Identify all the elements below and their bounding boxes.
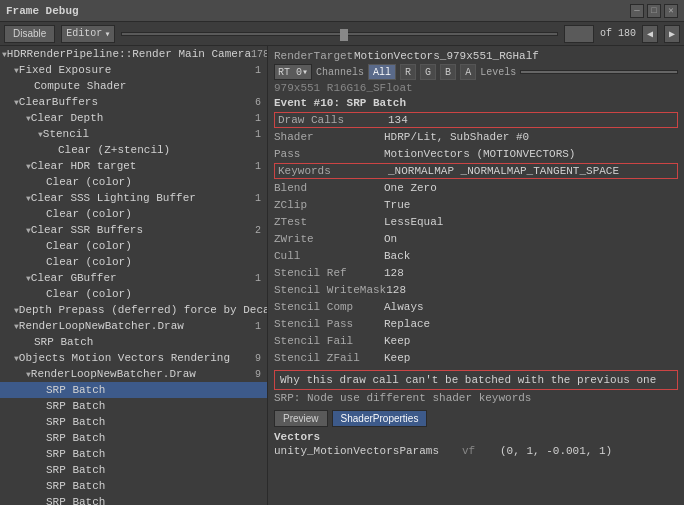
tree-item[interactable]: ▼ Clear SSR Buffers2 xyxy=(0,222,267,238)
property-label: Stencil WriteMask xyxy=(274,284,386,296)
format-row: 979x551 R16G16_SFloat xyxy=(274,82,678,94)
frame-input[interactable]: 10 xyxy=(564,25,594,43)
tree-item-label: Depth Prepass (deferred) force by Decals xyxy=(19,304,267,316)
vectors-param-value: (0, 1, -0.001, 1) xyxy=(500,445,612,457)
tree-item-label: Clear (color) xyxy=(46,208,132,220)
frame-slider-container xyxy=(121,32,558,36)
tree-item-label: Clear SSR Buffers xyxy=(31,224,143,236)
tree-item-count: 9 xyxy=(255,369,267,380)
levels-slider[interactable] xyxy=(520,70,678,74)
tree-item[interactable]: ▼ Clear SSS Lighting Buffer1 xyxy=(0,190,267,206)
other-rows: BlendOne ZeroZClipTrueZTestLessEqualZWri… xyxy=(274,180,678,366)
channel-a-btn[interactable]: A xyxy=(460,64,476,80)
tree-item[interactable]: ▼ ClearBuffers6 xyxy=(0,94,267,110)
property-label: ZClip xyxy=(274,199,384,211)
tree-item-label: Fixed Exposure xyxy=(19,64,111,76)
property-label: Stencil Ref xyxy=(274,267,384,279)
tree-item[interactable]: Compute Shader xyxy=(0,78,267,94)
tree-item[interactable]: SRP Batch xyxy=(0,398,267,414)
tree-item[interactable]: ▼ Objects Motion Vectors Rendering9 xyxy=(0,350,267,366)
tree-item-label: Clear (color) xyxy=(46,176,132,188)
toolbar: Disable Editor ▾ 10 of 180 ◀ ▶ xyxy=(0,22,684,46)
tree-item[interactable]: SRP Batch xyxy=(0,334,267,350)
property-row: Stencil ZFailKeep xyxy=(274,350,678,366)
prev-frame-btn[interactable]: ◀ xyxy=(642,25,658,43)
frame-slider[interactable] xyxy=(121,32,558,36)
tree-item[interactable]: Clear (color) xyxy=(0,206,267,222)
render-target-value: MotionVectors_979x551_RGHalf xyxy=(354,50,678,62)
property-row: BlendOne Zero xyxy=(274,180,678,196)
draw-calls-value: 134 xyxy=(388,114,674,126)
property-label: Cull xyxy=(274,250,384,262)
tree-item[interactable]: ▼ Depth Prepass (deferred) force by Deca… xyxy=(0,302,267,318)
property-value: Always xyxy=(384,301,678,313)
minimize-btn[interactable]: — xyxy=(630,4,644,18)
render-target-label: RenderTarget xyxy=(274,50,354,62)
tree-item-label: SRP Batch xyxy=(46,416,105,428)
tree-item-label: SRP Batch xyxy=(46,480,105,492)
tree-item[interactable]: SRP Batch xyxy=(0,382,267,398)
tree-item-count: 1 xyxy=(255,129,267,140)
frame-of-label: of 180 xyxy=(600,28,636,39)
property-row: Stencil PassReplace xyxy=(274,316,678,332)
tree-item[interactable]: Clear (Z+stencil) xyxy=(0,142,267,158)
property-value: 128 xyxy=(384,267,678,279)
tree-item[interactable]: ▼ Clear HDR target1 xyxy=(0,158,267,174)
tree-item[interactable]: Clear (color) xyxy=(0,174,267,190)
channel-r-btn[interactable]: R xyxy=(400,64,416,80)
shader-value: HDRP/Lit, SubShader #0 xyxy=(384,131,678,143)
right-panel: RenderTarget MotionVectors_979x551_RGHal… xyxy=(268,46,684,505)
draw-calls-label: Draw Calls xyxy=(278,114,388,126)
property-row: Stencil CompAlways xyxy=(274,299,678,315)
editor-dropdown[interactable]: Editor ▾ xyxy=(61,25,115,43)
tree-item-label: SRP Batch xyxy=(46,496,105,505)
slider-thumb[interactable] xyxy=(340,29,348,41)
tree-item-label: SRP Batch xyxy=(46,448,105,460)
tree-item-count: 6 xyxy=(255,97,267,108)
tree-item[interactable]: SRP Batch xyxy=(0,478,267,494)
preview-tab[interactable]: Preview xyxy=(274,410,328,427)
tree-item[interactable]: ▼ Clear GBuffer1 xyxy=(0,270,267,286)
tree-item-label: Compute Shader xyxy=(34,80,126,92)
channels-label: Channels xyxy=(316,67,364,78)
tree-item[interactable]: ▼ RenderLoopNewBatcher.Draw1 xyxy=(0,318,267,334)
tree-item[interactable]: ▼ Stencil1 xyxy=(0,126,267,142)
keywords-row: Keywords _NORMALMAP _NORMALMAP_TANGENT_S… xyxy=(274,163,678,179)
pass-value: MotionVectors (MOTIONVECTORS) xyxy=(384,148,678,160)
property-label: ZTest xyxy=(274,216,384,228)
tree-item-label: Clear (color) xyxy=(46,240,132,252)
tree-item[interactable]: ▼ RenderLoopNewBatcher.Draw9 xyxy=(0,366,267,382)
tree-item[interactable]: Clear (color) xyxy=(0,238,267,254)
draw-calls-row: Draw Calls 134 xyxy=(274,112,678,128)
tree-item-label: SRP Batch xyxy=(46,432,105,444)
channel-g-btn[interactable]: G xyxy=(420,64,436,80)
property-label: Stencil Pass xyxy=(274,318,384,330)
property-row: Stencil WriteMask128 xyxy=(274,282,678,298)
disable-button[interactable]: Disable xyxy=(4,25,55,43)
tree-item[interactable]: ▼ Fixed Exposure1 xyxy=(0,62,267,78)
shader-props-tab[interactable]: ShaderProperties xyxy=(332,410,428,427)
tree-item[interactable]: Clear (color) xyxy=(0,254,267,270)
maximize-btn[interactable]: □ xyxy=(647,4,661,18)
tree-item[interactable]: ▼ Clear Depth1 xyxy=(0,110,267,126)
left-panel: ▼ HDRRenderPipeline::Render Main Camera1… xyxy=(0,46,268,505)
property-value: Keep xyxy=(384,335,678,347)
next-frame-btn[interactable]: ▶ xyxy=(664,25,680,43)
channel-all-btn[interactable]: All xyxy=(368,64,396,80)
tree-item[interactable]: SRP Batch xyxy=(0,430,267,446)
tree-item-label: SRP Batch xyxy=(46,384,105,396)
tree-item[interactable]: SRP Batch xyxy=(0,462,267,478)
close-btn[interactable]: ✕ xyxy=(664,4,678,18)
tree-item-label: SRP Batch xyxy=(46,464,105,476)
tree-item[interactable]: SRP Batch xyxy=(0,446,267,462)
render-target-row: RenderTarget MotionVectors_979x551_RGHal… xyxy=(274,50,678,62)
channel-b-btn[interactable]: B xyxy=(440,64,456,80)
tree-item[interactable]: Clear (color) xyxy=(0,286,267,302)
tree-item[interactable]: ▼ HDRRenderPipeline::Render Main Camera1… xyxy=(0,46,267,62)
tree-item-count: 2 xyxy=(255,225,267,236)
rt0-dropdown[interactable]: RT 0 ▾ xyxy=(274,64,312,80)
tree-item-count: 1 xyxy=(255,321,267,332)
warning-text: Why this draw call can't be batched with… xyxy=(280,374,656,386)
tree-item[interactable]: SRP Batch xyxy=(0,494,267,505)
tree-item[interactable]: SRP Batch xyxy=(0,414,267,430)
